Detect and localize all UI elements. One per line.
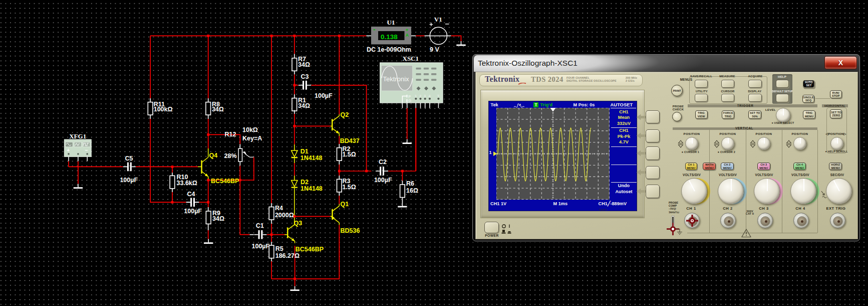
svg-text:9 V: 9 V (430, 46, 439, 53)
svg-text:186.27Ω: 186.27Ω (275, 252, 300, 259)
svg-text:34Ω: 34Ω (212, 215, 224, 222)
svg-text:16Ω: 16Ω (406, 187, 418, 194)
svg-text:Q3: Q3 (294, 220, 303, 227)
svg-text:Tektronix: Tektronix (383, 75, 410, 83)
svg-text:R12: R12 (225, 131, 236, 138)
svg-text:0.138: 0.138 (381, 33, 398, 41)
svg-text:P: P (408, 94, 411, 99)
svg-text:100µF: 100µF (184, 208, 202, 215)
svg-text:2000Ω: 2000Ω (275, 212, 294, 219)
svg-text:DC 1e-009Ohm: DC 1e-009Ohm (367, 46, 411, 53)
svg-text:Key=A: Key=A (242, 135, 262, 142)
svg-text:1.5Ω: 1.5Ω (342, 151, 356, 158)
svg-text:V1: V1 (434, 16, 442, 23)
svg-text:A: A (406, 33, 409, 38)
svg-text:R5: R5 (275, 245, 283, 252)
svg-text:28%: 28% (224, 152, 237, 160)
svg-text:C1: C1 (256, 222, 264, 229)
svg-text:BD536: BD536 (341, 227, 360, 234)
svg-text:100µF: 100µF (374, 177, 392, 184)
svg-text:BD437: BD437 (340, 137, 360, 144)
svg-text:C2: C2 (379, 159, 387, 166)
svg-text:+: + (67, 147, 70, 153)
svg-text:1.5Ω: 1.5Ω (342, 184, 356, 191)
svg-text:10kΩ: 10kΩ (242, 126, 258, 133)
svg-text:34Ω: 34Ω (212, 106, 224, 113)
svg-text:XFG1: XFG1 (69, 132, 86, 140)
svg-text:100µF: 100µF (252, 243, 270, 250)
svg-text:Q1: Q1 (341, 201, 349, 208)
svg-text:Q2: Q2 (341, 111, 349, 118)
svg-text:100µF: 100µF (315, 92, 333, 99)
svg-text:−: − (85, 147, 88, 153)
svg-text:100kΩ: 100kΩ (154, 106, 173, 113)
svg-text:BC546BP: BC546BP (211, 178, 239, 185)
svg-text:34Ω: 34Ω (298, 61, 310, 68)
svg-text:XSC1: XSC1 (403, 55, 419, 62)
svg-text:+: + (406, 27, 409, 33)
svg-text:34Ω: 34Ω (298, 102, 310, 109)
svg-text:C3: C3 (301, 73, 309, 80)
svg-text:1N4148: 1N4148 (301, 185, 323, 192)
svg-text:100µF: 100µF (120, 177, 138, 184)
svg-text:Q4: Q4 (209, 152, 218, 159)
svg-text:1N4148: 1N4148 (301, 155, 323, 162)
svg-text:R4: R4 (275, 205, 283, 212)
svg-text:C5: C5 (125, 155, 133, 162)
svg-text:G: G (408, 98, 411, 103)
svg-text:BC546BP: BC546BP (296, 246, 324, 253)
svg-text:U1: U1 (387, 19, 395, 26)
svg-text:C4: C4 (187, 191, 195, 198)
svg-text:33.6kΩ: 33.6kΩ (177, 180, 197, 187)
svg-text:R6: R6 (406, 180, 414, 187)
